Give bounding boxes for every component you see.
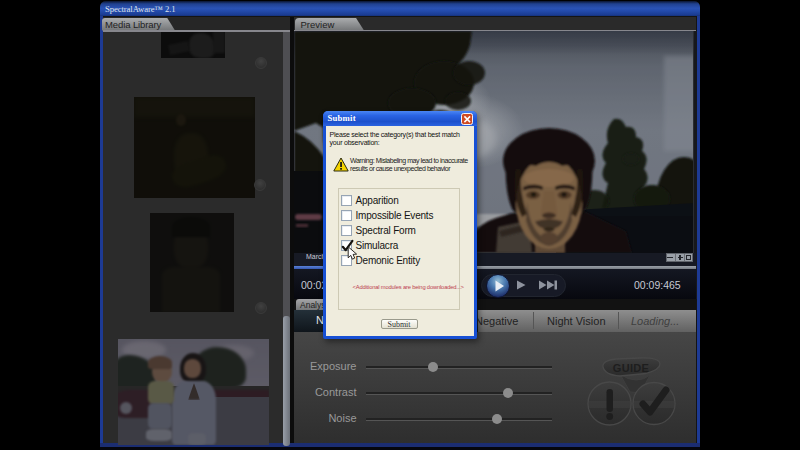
svg-text:GUIDE: GUIDE — [613, 362, 649, 374]
